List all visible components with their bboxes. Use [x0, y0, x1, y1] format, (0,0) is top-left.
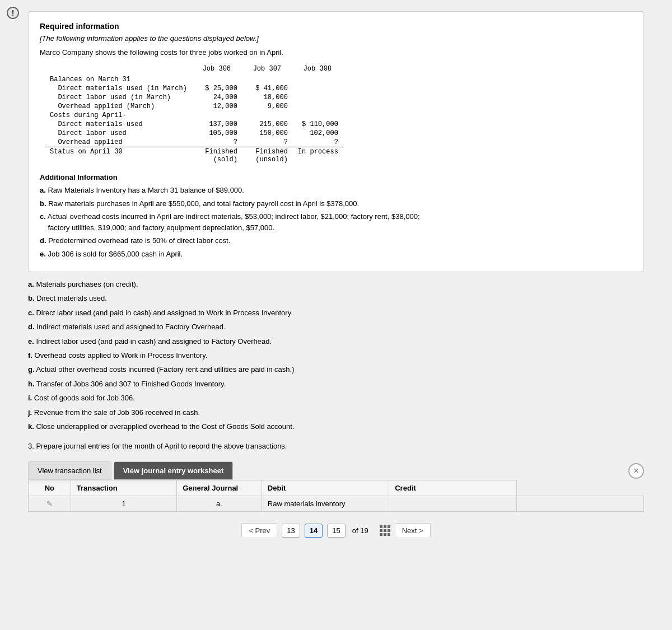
- prepare-label: 3. Prepare journal entries for the month…: [28, 442, 644, 450]
- row-label-costs-april: Costs during April-: [45, 111, 192, 120]
- trans-h: h. Transfer of Jobs 306 and 307 to Finis…: [28, 377, 644, 390]
- close-button[interactable]: ×: [628, 463, 644, 479]
- col-header-job308: Job 308: [292, 64, 343, 75]
- trans-g: g. Actual other overhead costs incurred …: [28, 363, 644, 376]
- oh-march-307: 9,000: [242, 102, 292, 111]
- oh-april-306: ?: [192, 138, 242, 147]
- add-info-b: b. Raw materials purchases in April are …: [40, 198, 632, 209]
- row-label-dm-march: Direct materials used (in March): [45, 84, 192, 93]
- add-info-c: c. Actual overhead costs incurred in Apr…: [40, 211, 632, 233]
- row-debit[interactable]: [389, 496, 516, 512]
- dl-march-307: 18,000: [242, 93, 292, 102]
- of-pages-label: of 19: [352, 526, 368, 535]
- col-header-job306: Job 306: [192, 64, 242, 75]
- subtitle: [The following information applies to th…: [40, 34, 632, 43]
- oh-march-306: 12,000: [192, 102, 242, 111]
- trans-e: e. Indirect labor used (and paid in cash…: [28, 335, 644, 348]
- status-307: Finished(unsold): [242, 147, 292, 165]
- oh-april-308: ?: [292, 138, 343, 147]
- row-no: 1: [71, 496, 176, 512]
- grid-icon[interactable]: [380, 525, 390, 536]
- additional-info-title: Additional Information: [40, 173, 632, 181]
- prev-button[interactable]: < Prev: [241, 523, 277, 538]
- alert-icon: !: [7, 7, 19, 19]
- table-row: ✎ 1 a. Raw materials inventory: [29, 496, 644, 512]
- trans-j: j. Revenue from the sale of Job 306 rece…: [28, 406, 644, 419]
- page-14[interactable]: 14: [305, 524, 323, 538]
- add-info-d: d. Predetermined overhead rate is 50% of…: [40, 235, 632, 246]
- trans-c: c. Direct labor used (and paid in cash) …: [28, 306, 644, 319]
- info-box: Required information [The following info…: [28, 11, 644, 272]
- dl-april-306: 105,000: [192, 129, 242, 138]
- dm-march-307: $ 41,000: [242, 84, 292, 93]
- main-content: a. Materials purchases (on credit). b. D…: [11, 278, 661, 538]
- row-credit[interactable]: [516, 496, 643, 512]
- status-308: In process: [292, 147, 343, 165]
- row-general-journal: Raw materials inventory: [262, 496, 389, 512]
- trans-d: d. Indirect materials used and assigned …: [28, 320, 644, 333]
- add-info-e: e. Job 306 is sold for $665,000 cash in …: [40, 249, 632, 260]
- row-label-dl-april: Direct labor used: [45, 129, 192, 138]
- row-label-balances: Balances on March 31: [45, 75, 192, 84]
- dl-april-307: 150,000: [242, 129, 292, 138]
- tab-view-transaction-list[interactable]: View transaction list: [28, 461, 111, 480]
- tabs-row: View transaction list View journal entry…: [28, 461, 644, 480]
- row-label-oh-march: Overhead applied (March): [45, 102, 192, 111]
- tab-view-journal-entry-worksheet[interactable]: View journal entry worksheet: [114, 461, 234, 480]
- dm-april-306: 137,000: [192, 120, 242, 129]
- row-edit-icon[interactable]: ✎: [29, 496, 71, 512]
- pagination-row: < Prev 13 14 15 of 19 Next >: [28, 523, 644, 538]
- col-header-general-journal: General Journal: [177, 480, 262, 496]
- dm-march-306: $ 25,000: [192, 84, 242, 93]
- dl-april-308: 102,000: [292, 129, 343, 138]
- dm-april-307: 215,000: [242, 120, 292, 129]
- trans-k: k. Close underapplied or overapplied ove…: [28, 420, 644, 433]
- required-info-title: Required information: [40, 22, 632, 31]
- col-header-debit: Debit: [262, 480, 389, 496]
- trans-f: f. Overhead costs applied to Work in Pro…: [28, 349, 644, 362]
- row-label-dl-march: Direct labor used (in March): [45, 93, 192, 102]
- trans-b: b. Direct materials used.: [28, 292, 644, 305]
- dm-april-308: $ 110,000: [292, 120, 343, 129]
- row-label-dm-april: Direct materials used: [45, 120, 192, 129]
- next-button[interactable]: Next >: [395, 523, 431, 538]
- additional-info: Additional Information a. Raw Materials …: [40, 173, 632, 259]
- transactions-list: a. Materials purchases (on credit). b. D…: [28, 278, 644, 433]
- status-306: Finished(sold): [192, 147, 242, 165]
- dl-march-306: 24,000: [192, 93, 242, 102]
- row-transaction: a.: [177, 496, 262, 512]
- intro-text: Marco Company shows the following costs …: [40, 48, 632, 57]
- prepare-section: 3. Prepare journal entries for the month…: [28, 442, 644, 450]
- trans-i: i. Cost of goods sold for Job 306.: [28, 391, 644, 404]
- row-label-oh-april: Overhead applied: [45, 138, 192, 147]
- col-header-credit: Credit: [389, 480, 516, 496]
- oh-april-307: ?: [242, 138, 292, 147]
- row-label-status: Status on April 30: [45, 147, 192, 165]
- col-header-transaction: Transaction: [71, 480, 176, 496]
- page-13[interactable]: 13: [282, 524, 300, 538]
- trans-a: a. Materials purchases (on credit).: [28, 278, 644, 291]
- cost-table: Job 306 Job 307 Job 308 Balances on Marc…: [45, 64, 343, 164]
- col-header-job307: Job 307: [242, 64, 292, 75]
- add-info-a: a. Raw Materials Inventory has a March 3…: [40, 185, 632, 196]
- page-15[interactable]: 15: [327, 524, 345, 538]
- col-header-no: No: [29, 480, 71, 496]
- journal-table: No Transaction General Journal Debit Cre…: [28, 480, 644, 512]
